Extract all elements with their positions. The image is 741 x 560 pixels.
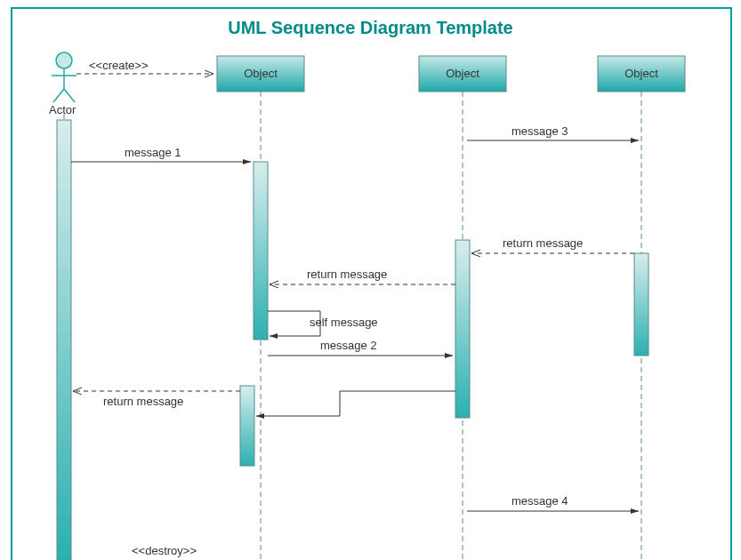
msg-1-label: message 1 (125, 146, 181, 159)
activation-obj1-1 (254, 162, 268, 340)
msg-return-2-label: return message (307, 268, 387, 281)
activation-obj3 (634, 253, 648, 356)
activation-obj1-2 (240, 386, 254, 466)
msg-4-label: message 4 (511, 494, 568, 508)
diagram-frame: UML Sequence Diagram Template (0, 0, 741, 560)
activation-obj2 (455, 240, 470, 418)
msg-self-label: self message (310, 316, 378, 329)
msg-return-1-label: return message (503, 236, 583, 250)
svg-point-0 (56, 52, 72, 68)
activation-actor (57, 120, 71, 560)
msg-destroy-label: <<destroy>> (132, 544, 197, 557)
svg-line-3 (53, 89, 64, 102)
actor-label: Actor (49, 103, 77, 116)
msg-create-label: <<create>> (89, 59, 149, 72)
msg-return-path (256, 391, 455, 416)
msg-3-label: message 3 (511, 124, 568, 138)
object-label-2: Object (446, 67, 479, 80)
object-label-3: Object (624, 67, 658, 80)
actor-icon (52, 52, 77, 102)
msg-2-label: message 2 (320, 339, 377, 352)
object-label-1: Object (244, 67, 278, 80)
sequence-diagram: Actor Object Object Object <<create>> me… (0, 0, 741, 560)
svg-line-4 (64, 89, 75, 102)
msg-return-3-label: return message (103, 395, 183, 408)
